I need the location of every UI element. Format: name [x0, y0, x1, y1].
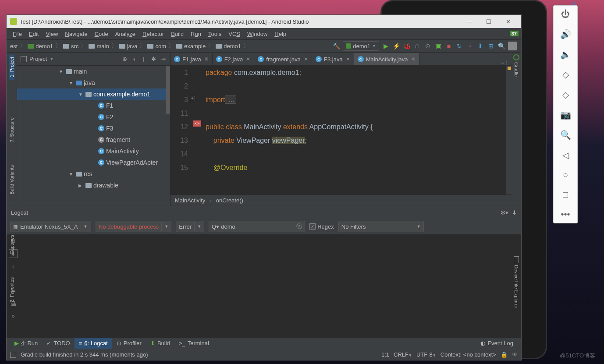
sdk-icon[interactable]: ⬇: [476, 42, 484, 50]
tool-build[interactable]: ⬇Build: [146, 338, 174, 349]
status-icon[interactable]: [10, 352, 16, 358]
chevron-down-icon[interactable]: ▼: [50, 57, 53, 61]
crumb-item[interactable]: MainActivity: [175, 197, 205, 204]
menu-vcs[interactable]: VCS: [225, 31, 244, 37]
close-icon[interactable]: ✕: [498, 15, 518, 28]
close-tab-icon[interactable]: ✕: [304, 56, 308, 62]
menu-view[interactable]: View: [42, 31, 61, 37]
tool-profiler[interactable]: ⊙Profiler: [112, 338, 146, 349]
device-dropdown[interactable]: ▦Emulator Nexus_5X_A▼: [10, 221, 91, 232]
menu-help[interactable]: Help: [271, 31, 290, 37]
process-dropdown[interactable]: No debuggable process▼: [96, 221, 171, 232]
tool-terminal[interactable]: >_Terminal: [174, 338, 213, 349]
minimize-icon[interactable]: —: [460, 15, 479, 28]
collapse-icon[interactable]: ⊕: [121, 56, 128, 63]
tree-file[interactable]: CF2: [17, 111, 170, 123]
editor-tab[interactable]: Cfragment.java✕: [254, 53, 312, 65]
editor-tab[interactable]: CF2.java✕: [213, 53, 255, 65]
run-config-dropdown[interactable]: demo1 ▼: [343, 41, 379, 51]
avd-icon[interactable]: ▫: [466, 42, 474, 50]
inspect-icon[interactable]: 👁: [512, 351, 518, 358]
tree-package[interactable]: ▼com.example.demo1: [17, 88, 170, 100]
search-input[interactable]: [221, 223, 295, 230]
tool-project[interactable]: 1: Project: [9, 54, 14, 80]
tool-run[interactable]: ▶4: Run: [10, 338, 42, 349]
make-icon[interactable]: 🔨: [332, 42, 340, 50]
debug-icon[interactable]: 🐞: [403, 42, 411, 50]
tool-build-variants[interactable]: Build Variants: [9, 163, 14, 197]
crumb[interactable]: est: [8, 43, 19, 49]
close-tab-icon[interactable]: ✕: [346, 56, 350, 62]
context[interactable]: Context: <no context>: [441, 351, 496, 358]
settings-icon[interactable]: ✼: [150, 56, 157, 63]
editor-tab[interactable]: CF1.java✕: [171, 53, 213, 65]
zoom-icon[interactable]: 🔍: [560, 130, 571, 140]
code-editor[interactable]: 1231112131415 + <> package com.example.d…: [171, 66, 512, 194]
logcat-search[interactable]: Q▾ ⓧ: [209, 221, 305, 232]
tree-file[interactable]: CF3: [17, 123, 170, 134]
tree-folder[interactable]: ▼main: [17, 66, 170, 77]
tool-favorites[interactable]: 2: Favorites: [9, 275, 14, 305]
coverage-icon[interactable]: ▣: [434, 42, 442, 50]
caret-position[interactable]: 1:1: [381, 351, 389, 358]
crumb[interactable]: example: [174, 43, 207, 49]
line-ending[interactable]: CRLF⇕: [394, 351, 412, 358]
overview-icon[interactable]: □: [563, 190, 568, 200]
select-opened-icon[interactable]: ⫞: [131, 56, 138, 63]
close-tab-icon[interactable]: ✕: [246, 56, 250, 62]
scrollbar[interactable]: [506, 66, 512, 194]
menu-refactor[interactable]: Refactor: [139, 31, 167, 37]
menu-navigate[interactable]: Navigate: [61, 31, 91, 37]
up-icon[interactable]: ↑: [12, 263, 15, 270]
encoding[interactable]: UTF-8⇕: [416, 351, 436, 358]
project-view-icon[interactable]: [21, 56, 27, 62]
tree-file[interactable]: Cfragment: [17, 134, 170, 145]
crumb[interactable]: src: [61, 43, 80, 49]
stop-icon[interactable]: ■: [445, 42, 453, 50]
hide-icon[interactable]: ⇥: [160, 56, 167, 63]
power-icon[interactable]: ⏻: [561, 9, 570, 19]
close-tab-icon[interactable]: ✕: [411, 56, 416, 62]
lock-icon[interactable]: 🔒: [501, 351, 508, 358]
scrollbar[interactable]: [166, 66, 170, 114]
tool-logcat[interactable]: ≡6: Logcat: [75, 338, 112, 349]
camera-icon[interactable]: 📷: [560, 110, 571, 120]
emulator-minimize-icon[interactable]: —: [559, 0, 565, 7]
menu-analyze[interactable]: Analyze: [112, 31, 139, 37]
clear-icon[interactable]: ⓧ: [296, 223, 302, 230]
search-icon[interactable]: 🔍: [497, 42, 505, 50]
menu-build[interactable]: Build: [167, 31, 187, 37]
override-icon[interactable]: <>: [193, 120, 201, 127]
run-icon[interactable]: ▶: [382, 42, 390, 50]
apply-changes-icon[interactable]: ⚡: [392, 42, 400, 50]
crumb[interactable]: com: [146, 43, 168, 49]
home-icon[interactable]: ○: [563, 170, 568, 180]
menu-edit[interactable]: Edit: [25, 31, 42, 37]
menu-window[interactable]: Window: [244, 31, 271, 37]
tree-folder[interactable]: ▼res: [17, 168, 170, 180]
maximize-icon[interactable]: ☐: [479, 15, 498, 28]
filter-dropdown[interactable]: No Filters▼: [338, 221, 424, 232]
event-log[interactable]: ◐Event Log: [476, 338, 518, 349]
hide-icon[interactable]: ⬇: [512, 209, 517, 216]
rotate-left-icon[interactable]: ◇: [562, 69, 569, 80]
menu-tools[interactable]: Tools: [205, 31, 225, 37]
tree-folder[interactable]: ▶drawable: [17, 180, 170, 191]
tool-structure[interactable]: 7: Structure: [9, 115, 14, 145]
tool-device-explorer[interactable]: Device File Explorer: [514, 263, 519, 310]
menu-code[interactable]: Code: [91, 31, 112, 37]
tool-todo[interactable]: ✓TODO: [42, 338, 74, 349]
crumb[interactable]: demo1: [26, 43, 55, 49]
editor-tab[interactable]: CF3.java✕: [312, 53, 354, 65]
attach-icon[interactable]: ⊙: [424, 42, 432, 50]
user-icon[interactable]: [508, 42, 517, 50]
volume-up-icon[interactable]: 🔊: [560, 29, 571, 39]
menu-file[interactable]: File: [9, 31, 25, 37]
sync-icon[interactable]: ↻: [455, 42, 463, 50]
fold-expand-icon[interactable]: +: [190, 96, 195, 101]
more-icon[interactable]: »: [11, 312, 15, 319]
level-dropdown[interactable]: Error▼: [176, 221, 204, 232]
code-content[interactable]: package com.example.demo1; import ... pu…: [204, 66, 506, 194]
tab-goto[interactable]: ≡ 1: [497, 60, 512, 65]
logcat-output[interactable]: [20, 234, 512, 337]
